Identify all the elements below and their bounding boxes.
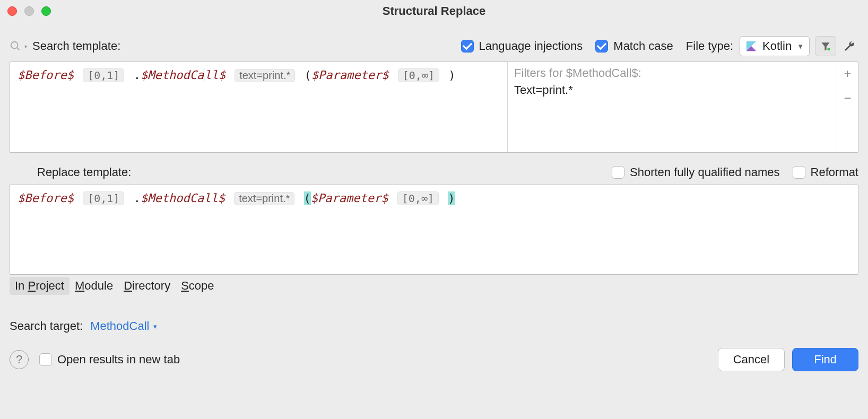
filter-badge: text=print.* xyxy=(234,192,294,205)
open-in-new-tab-label: Open results in new tab xyxy=(57,353,180,366)
remove-filter-icon[interactable]: − xyxy=(844,91,852,106)
count-badge: [0,∞] xyxy=(398,68,439,82)
settings-wrench-icon[interactable] xyxy=(840,37,858,55)
zoom-window-icon[interactable] xyxy=(41,6,51,16)
match-case-option[interactable]: Match case xyxy=(595,39,673,53)
file-type-select[interactable]: Kotlin ▼ xyxy=(740,36,810,56)
close-window-icon[interactable] xyxy=(7,6,17,16)
filters-panel: Filters for $MethodCall$: Text=print.* xyxy=(508,62,837,152)
language-injections-option[interactable]: Language injections xyxy=(461,39,583,53)
search-template-editor[interactable]: $Before$ [0,1] .$MethodCall$ text=print.… xyxy=(10,62,508,152)
close-paren: ) xyxy=(448,68,455,82)
scope-tab-directory[interactable]: Directory xyxy=(118,277,176,295)
svg-point-6 xyxy=(827,48,830,50)
language-injections-label: Language injections xyxy=(479,39,583,53)
match-case-label: Match case xyxy=(613,39,673,53)
window-title: Structural Replace xyxy=(383,4,485,18)
reformat-label: Reformat xyxy=(811,165,858,179)
var-method-left: $MethodCa xyxy=(141,68,204,82)
var-method-right: ll$ xyxy=(204,68,225,82)
shorten-fqn-label: Shorten fully qualified names xyxy=(630,165,780,179)
var-method: $MethodCall$ xyxy=(141,191,225,205)
chevron-down-icon: ▾ xyxy=(153,322,157,330)
scope-tabs: In Project Module Directory Scope xyxy=(10,277,858,295)
checkbox-unchecked-icon[interactable] xyxy=(39,353,52,366)
var-before: $Before$ xyxy=(18,191,74,205)
filters-body[interactable]: Text=print.* xyxy=(514,83,830,97)
help-icon[interactable]: ? xyxy=(10,350,29,369)
var-before: $Before$ xyxy=(18,68,74,82)
checkbox-checked-icon[interactable] xyxy=(461,40,474,53)
var-parameter: $Parameter$ xyxy=(311,68,389,82)
checkbox-unchecked-icon[interactable] xyxy=(793,166,805,179)
dot: . xyxy=(134,68,141,82)
open-paren-highlighted: ( xyxy=(304,191,311,205)
search-history-chevron-icon[interactable]: ▾ xyxy=(24,43,27,49)
file-type-label: File type: xyxy=(686,39,733,53)
cancel-button[interactable]: Cancel xyxy=(718,348,785,371)
search-icon[interactable] xyxy=(10,40,21,52)
chevron-down-icon: ▼ xyxy=(797,42,804,50)
count-badge: [0,1] xyxy=(83,191,124,205)
window-controls xyxy=(7,6,51,16)
find-button[interactable]: Find xyxy=(792,348,858,371)
scope-tab-scope[interactable]: Scope xyxy=(176,277,219,295)
search-target-select[interactable]: MethodCall ▾ xyxy=(90,319,157,333)
search-template-label: Search template: xyxy=(32,39,120,53)
open-in-new-tab-option[interactable]: Open results in new tab xyxy=(39,353,180,366)
open-paren: ( xyxy=(305,68,311,82)
scope-tab-module[interactable]: Module xyxy=(70,277,118,295)
scope-tab-project[interactable]: In Project xyxy=(10,277,70,295)
titlebar: Structural Replace xyxy=(0,0,868,22)
shorten-fqn-option[interactable]: Shorten fully qualified names xyxy=(612,165,780,179)
file-type-value: Kotlin xyxy=(762,39,792,53)
search-target-label: Search target: xyxy=(10,319,83,333)
replace-template-label: Replace template: xyxy=(37,165,131,179)
filters-toolbar: + − xyxy=(837,62,858,152)
add-filter-icon[interactable]: + xyxy=(844,66,852,81)
svg-point-0 xyxy=(11,42,18,49)
dot: . xyxy=(134,191,141,205)
close-paren-highlighted: ) xyxy=(448,191,455,205)
search-target-value: MethodCall xyxy=(90,319,149,333)
minimize-window-icon[interactable] xyxy=(24,6,34,16)
var-parameter: $Parameter$ xyxy=(311,191,388,205)
checkbox-unchecked-icon[interactable] xyxy=(612,166,624,179)
count-badge: [0,∞] xyxy=(397,191,439,205)
kotlin-icon xyxy=(745,40,757,52)
reformat-option[interactable]: Reformat xyxy=(793,165,858,179)
search-template-panel: $Before$ [0,1] .$MethodCall$ text=print.… xyxy=(10,62,858,153)
filter-badge: text=print.* xyxy=(235,69,295,82)
replace-template-editor[interactable]: $Before$ [0,1] .$MethodCall$ text=print.… xyxy=(10,185,858,275)
filter-icon-button[interactable] xyxy=(815,36,836,56)
checkbox-checked-icon[interactable] xyxy=(595,40,608,53)
svg-line-1 xyxy=(17,48,20,50)
count-badge: [0,1] xyxy=(83,68,124,82)
filters-title: Filters for $MethodCall$: xyxy=(514,66,830,80)
